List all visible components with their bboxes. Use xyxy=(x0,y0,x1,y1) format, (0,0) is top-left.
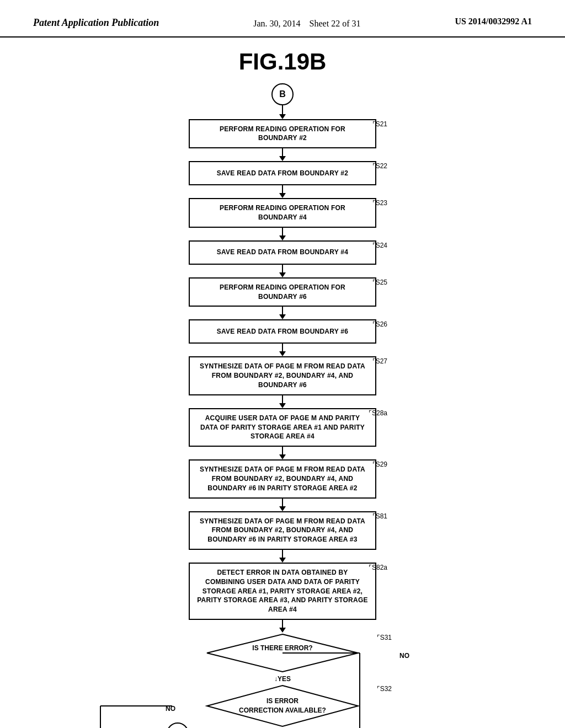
pub-number: US 2014/0032992 A1 xyxy=(455,17,532,26)
step-S21: PERFORM READING OPERATION FORBOUNDARY #2 xyxy=(189,119,376,149)
header: Patent Application Publication Jan. 30, … xyxy=(0,0,565,38)
s82a-label: ⌜S82a xyxy=(369,564,387,571)
s31-yes-label: ↓YES xyxy=(274,675,291,683)
no-node-E: E xyxy=(167,722,189,728)
header-center: Jan. 30, 2014 Sheet 22 of 31 xyxy=(253,17,360,31)
sheet-info: Sheet 22 of 31 xyxy=(310,19,361,28)
s21-label: ⌜S21 xyxy=(372,120,387,128)
arrow-5 xyxy=(282,265,283,272)
arrow-3 xyxy=(282,185,283,193)
s82a-row: DETECT ERROR IN DATA OBTAINED BY COMBINI… xyxy=(150,563,415,620)
flowchart: B PERFORM READING OPERATION FORBOUNDARY … xyxy=(150,83,415,728)
arrow-12 xyxy=(282,620,283,628)
arrowhead-9 xyxy=(279,454,286,459)
arrowhead-3 xyxy=(279,193,286,198)
s32-label: ⌜S32 xyxy=(377,685,392,693)
s27-label: ⌜S27 xyxy=(372,357,387,365)
arrowhead-5 xyxy=(279,272,286,277)
s28a-row: ACQUIRE USER DATA OF PAGE M AND PARITY D… xyxy=(150,408,415,447)
s26-row: SAVE READ DATA FROM BOUNDARY #6 ⌜S26 xyxy=(150,319,415,344)
arrowhead-1 xyxy=(279,114,286,119)
s32-diamond-wrapper: IS ERROR CORRECTION AVAILABLE? ⌜S32 xyxy=(150,684,415,728)
arrow-2 xyxy=(282,148,283,156)
arrowhead-6 xyxy=(279,314,286,319)
s23-label: ⌜S23 xyxy=(372,199,387,207)
s24-label: ⌜S24 xyxy=(372,242,387,249)
node-E-wrapper: E xyxy=(167,722,189,728)
step-S82a: DETECT ERROR IN DATA OBTAINED BY COMBINI… xyxy=(189,563,376,620)
arrow-8 xyxy=(282,395,283,403)
s25-row: PERFORM READING OPERATION FORBOUNDARY #6… xyxy=(150,277,415,307)
step-S26: SAVE READ DATA FROM BOUNDARY #6 xyxy=(189,319,376,344)
s27-row: SYNTHESIZE DATA OF PAGE M FROM READ DATA… xyxy=(150,356,415,395)
svg-text:IS THERE ERROR?: IS THERE ERROR? xyxy=(252,644,312,652)
s31-diamond-section: IS THERE ERROR? ⌜S31 NO xyxy=(150,633,415,684)
start-node-B: B xyxy=(271,83,294,105)
svg-text:IS ERROR: IS ERROR xyxy=(266,697,299,705)
step-S81: SYNTHESIZE DATA OF PAGE M FROM READ DATA… xyxy=(189,511,376,550)
svg-marker-6 xyxy=(207,686,358,726)
s23-row: PERFORM READING OPERATION FORBOUNDARY #4… xyxy=(150,198,415,228)
s22-label: ⌜S22 xyxy=(372,162,387,170)
s29-row: SYNTHESIZE DATA OF PAGE M FROM READ DATA… xyxy=(150,459,415,498)
s24-row: SAVE READ DATA FROM BOUNDARY #4 ⌜S24 xyxy=(150,240,415,265)
arrowhead-11 xyxy=(279,558,286,563)
s32-diamond-section: IS ERROR CORRECTION AVAILABLE? ⌜S32 NO xyxy=(150,684,415,728)
arrowhead-8 xyxy=(279,403,286,408)
arrowhead-12 xyxy=(279,628,286,633)
s81-row: SYNTHESIZE DATA OF PAGE M FROM READ DATA… xyxy=(150,511,415,550)
s28a-label: ⌜S28a xyxy=(369,409,387,417)
arrow-4 xyxy=(282,228,283,235)
s32-no-label: NO xyxy=(166,705,175,713)
step-S23: PERFORM READING OPERATION FORBOUNDARY #4 xyxy=(189,198,376,228)
s22-row: SAVE READ DATA FROM BOUNDARY #2 ⌜S22 xyxy=(150,161,415,185)
svg-text:CORRECTION AVAILABLE?: CORRECTION AVAILABLE? xyxy=(239,706,326,714)
page: Patent Application Publication Jan. 30, … xyxy=(0,0,565,728)
s25-label: ⌜S25 xyxy=(372,279,387,286)
s81-label: ⌜S81 xyxy=(372,512,387,520)
arrowhead-4 xyxy=(279,235,286,240)
s32-diamond-svg: IS ERROR CORRECTION AVAILABLE? xyxy=(205,684,360,728)
svg-marker-0 xyxy=(207,634,358,672)
s31-diamond-wrapper: IS THERE ERROR? ⌜S31 NO xyxy=(150,633,415,674)
figure-title: FIG.19B xyxy=(239,49,327,75)
s31-label: ⌜S31 xyxy=(377,634,392,641)
main-content: FIG.19B B PERFORM READING OPERATION FORB… xyxy=(0,38,565,728)
s31-yes-section: ↓YES xyxy=(274,675,291,684)
step-S29: SYNTHESIZE DATA OF PAGE M FROM READ DATA… xyxy=(189,459,376,498)
s29-label: ⌜S29 xyxy=(372,461,387,468)
arrow-11 xyxy=(282,550,283,558)
arrow-9 xyxy=(282,447,283,454)
publication-label: Patent Application Publication xyxy=(33,17,159,29)
step-S27: SYNTHESIZE DATA OF PAGE M FROM READ DATA… xyxy=(189,356,376,395)
step-S24: SAVE READ DATA FROM BOUNDARY #4 xyxy=(189,240,376,265)
s21-row: PERFORM READING OPERATION FORBOUNDARY #2… xyxy=(150,119,415,149)
s31-diamond-svg: IS THERE ERROR? xyxy=(205,633,360,674)
s26-label: ⌜S26 xyxy=(372,320,387,328)
arrow-1 xyxy=(282,105,283,114)
s31-no-label: NO xyxy=(399,652,409,660)
step-S28a: ACQUIRE USER DATA OF PAGE M AND PARITY D… xyxy=(189,408,376,447)
arrow-10 xyxy=(282,499,283,506)
arrow-7 xyxy=(282,344,283,351)
arrowhead-7 xyxy=(279,351,286,356)
arrow-6 xyxy=(282,307,283,314)
step-S25: PERFORM READING OPERATION FORBOUNDARY #6 xyxy=(189,277,376,307)
step-S22: SAVE READ DATA FROM BOUNDARY #2 xyxy=(189,161,376,185)
arrowhead-2 xyxy=(279,156,286,161)
pub-date: Jan. 30, 2014 xyxy=(253,19,300,28)
arrowhead-10 xyxy=(279,506,286,511)
